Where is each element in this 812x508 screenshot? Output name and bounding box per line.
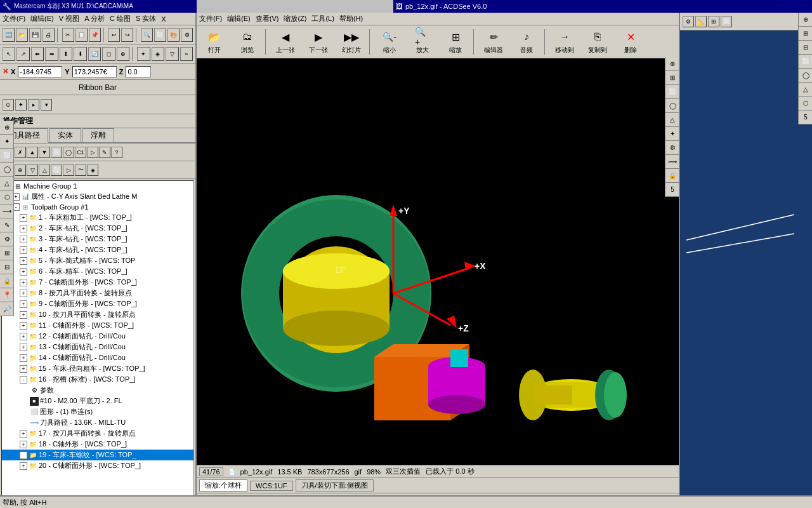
acd-btn-slideshow[interactable]: ▶▶ 幻灯片 bbox=[336, 28, 367, 56]
expand-4[interactable]: + bbox=[20, 246, 27, 254]
tree-item-18[interactable]: + 📁 18 - C轴外形 - [WCS: TOP_] bbox=[2, 439, 193, 450]
op2-10[interactable]: ? bbox=[111, 147, 122, 158]
tab-tools[interactable]: 刀具/装切下面:侧视图 bbox=[296, 479, 374, 491]
arsi-7[interactable]: ⚙ bbox=[665, 141, 679, 155]
mc-menu-analysis[interactable]: A 分析 bbox=[84, 14, 105, 23]
viewport-3d[interactable]: ☞ +Y +X +Z bbox=[197, 58, 679, 465]
arsi-10[interactable]: 5 bbox=[665, 183, 679, 197]
tree-item-toolpath-group[interactable]: - ⊞ Toolpath Group #1 bbox=[2, 202, 193, 212]
tree-item-14[interactable]: + 📁 14 - C轴断面钻孔 - Drill/Cou bbox=[2, 352, 193, 363]
op-tb-1[interactable]: ⊙ bbox=[3, 99, 14, 110]
tb-print[interactable]: 🖨 bbox=[43, 28, 55, 42]
mc-menu-x[interactable]: X bbox=[161, 15, 166, 23]
expand-1[interactable]: + bbox=[20, 214, 27, 222]
tb-paste[interactable]: 📌 bbox=[89, 28, 101, 42]
tb2-7[interactable]: 🔄 bbox=[88, 47, 101, 61]
expand-5[interactable]: + bbox=[20, 257, 27, 265]
expand-14[interactable]: + bbox=[20, 354, 27, 362]
acd-btn-zoomout[interactable]: 🔍- 缩小 bbox=[374, 28, 405, 56]
arsi-5[interactable]: △ bbox=[665, 113, 679, 127]
acd-btn-next[interactable]: ▶ 下一张 bbox=[303, 28, 334, 56]
tb-undo[interactable]: ↩ bbox=[108, 28, 120, 42]
op3-8[interactable]: ◈ bbox=[87, 164, 98, 176]
op-tb-4[interactable]: ▾ bbox=[41, 99, 52, 110]
op3-5[interactable]: ⬜ bbox=[51, 164, 62, 176]
lsi-6[interactable]: ⬡ bbox=[0, 190, 14, 204]
y-input[interactable] bbox=[72, 66, 117, 77]
tree-item-10[interactable]: + 📁 10 - 按刀具平面转换 - 旋转原点 bbox=[2, 309, 193, 320]
expand-15[interactable]: + bbox=[20, 365, 27, 373]
tb-redo[interactable]: ↪ bbox=[121, 28, 133, 42]
lsi-5[interactable]: △ bbox=[0, 177, 14, 190]
right-icon-8[interactable]: 5 bbox=[799, 110, 812, 124]
arsi-6[interactable]: ✦ bbox=[665, 127, 679, 141]
lsi-10[interactable]: ⊞ bbox=[0, 246, 14, 260]
expand-8[interactable]: + bbox=[20, 290, 27, 297]
expand-9[interactable]: + bbox=[20, 300, 27, 308]
lsi-4[interactable]: ◯ bbox=[0, 163, 14, 177]
right-icon-3[interactable]: ⊟ bbox=[799, 41, 812, 55]
lsi-9[interactable]: ⚙ bbox=[0, 232, 14, 246]
expand-19[interactable]: + bbox=[20, 451, 27, 459]
expand-13[interactable]: + bbox=[20, 344, 27, 351]
tab-solid[interactable]: 实体 bbox=[49, 128, 81, 142]
acd-btn-prev[interactable]: ◀ 上一张 bbox=[270, 28, 301, 56]
op3-7[interactable]: 〜 bbox=[75, 164, 86, 176]
expand-17[interactable]: + bbox=[20, 430, 27, 438]
tree-item-geometry[interactable]: ⬜ 图形 - (1) 串连(s) bbox=[2, 406, 193, 417]
acd-menu-tools[interactable]: 工具(L) bbox=[311, 14, 334, 23]
right-tb-3[interactable]: ⊞ bbox=[708, 16, 719, 27]
expand-12[interactable]: + bbox=[20, 333, 27, 340]
tab-zoom-ball[interactable]: 缩放:个球杆 bbox=[199, 479, 247, 491]
tree-item-5[interactable]: + 📁 5 - 车床-简式精车 - [WCS: TOP bbox=[2, 255, 193, 266]
expand-20[interactable]: + bbox=[20, 462, 27, 470]
right-icon-4[interactable]: ⬜ bbox=[799, 55, 812, 69]
tree-item-9[interactable]: + 📁 9 - C轴断面外形 - [WCS: TOP_] bbox=[2, 298, 193, 309]
tree-item-machine-group[interactable]: - ⊞ Machine Group 1 bbox=[2, 181, 193, 191]
z-input[interactable] bbox=[126, 66, 151, 77]
right-icon-5[interactable]: ◯ bbox=[799, 69, 812, 83]
arsi-2[interactable]: ⊞ bbox=[665, 71, 679, 85]
lsi-3[interactable]: ⬜ bbox=[0, 149, 14, 163]
tree-item-15[interactable]: + 📁 15 - 车床-径向粗车 - [WCS: TOP_] bbox=[2, 363, 193, 374]
tb2-12[interactable]: ▽ bbox=[166, 47, 178, 61]
tb2-8[interactable]: ◻ bbox=[102, 47, 115, 61]
tab-wcs[interactable]: WCS:1UF bbox=[250, 481, 293, 491]
acd-menu-help[interactable]: 帮助(H) bbox=[339, 14, 363, 23]
tb2-1[interactable]: ↖ bbox=[3, 47, 15, 61]
arsi-1[interactable]: ⊕ bbox=[665, 57, 679, 71]
op2-9[interactable]: ✎ bbox=[99, 147, 110, 158]
tb2-4[interactable]: ➡ bbox=[45, 47, 58, 61]
mc-menu-solid[interactable]: S 实体 bbox=[136, 14, 156, 23]
acd-menu-edit[interactable]: 编辑(E) bbox=[227, 14, 251, 23]
lsi-1[interactable]: ⊕ bbox=[0, 121, 14, 135]
tree-item-toolpath-path[interactable]: ⟿ 刀具路径 - 13.6K - MILL-TU bbox=[2, 417, 193, 428]
expand-7[interactable]: + bbox=[20, 279, 27, 286]
lsi-12[interactable]: 🔒 bbox=[0, 274, 14, 288]
tree-container[interactable]: - ⊞ Machine Group 1 + 📊 属性 - C-Y Axis Sl… bbox=[1, 180, 194, 499]
tb-save[interactable]: 💾 bbox=[29, 28, 41, 42]
x-input[interactable] bbox=[18, 66, 62, 77]
op2-down[interactable]: ▼ bbox=[39, 147, 50, 158]
tree-item-tool[interactable]: ■ #10 - M2.00 平底刀 - 2. FL bbox=[2, 396, 193, 406]
tb2-5[interactable]: ⬆ bbox=[60, 47, 72, 61]
acd-menu-view[interactable]: 查看(V) bbox=[256, 14, 279, 23]
tb-zoom[interactable]: 🔍 bbox=[141, 28, 153, 42]
acd-btn-moveto[interactable]: → 移动到 bbox=[549, 28, 580, 56]
tree-item-1[interactable]: + 📁 1 - 车床粗加工 - [WCS: TOP_] bbox=[2, 212, 193, 223]
tb-extra[interactable]: ⚙ bbox=[181, 28, 193, 42]
op-tb-2[interactable]: ✦ bbox=[15, 99, 27, 110]
acd-btn-editor[interactable]: ✏ 编辑器 bbox=[478, 28, 509, 56]
acd-menu-zoom[interactable]: 缩放(Z) bbox=[284, 14, 306, 23]
right-view-area[interactable] bbox=[680, 30, 812, 495]
op2-up[interactable]: ▲ bbox=[27, 147, 38, 158]
tb2-11[interactable]: ◈ bbox=[152, 47, 164, 61]
expand-2[interactable]: + bbox=[20, 225, 27, 232]
acd-btn-zoomfit[interactable]: ⊞ 缩放 bbox=[440, 28, 471, 56]
tab-relief[interactable]: 浮雕 bbox=[82, 128, 114, 142]
lsi-13[interactable]: 📍 bbox=[0, 288, 14, 302]
acd-btn-zoomin[interactable]: 🔍+ 放大 bbox=[407, 28, 438, 56]
tree-item-19[interactable]: + 📁 19 - 车床-车螺纹 - [WCS: TOP_ bbox=[2, 450, 193, 460]
acd-btn-open[interactable]: 📂 打开 bbox=[199, 28, 230, 56]
op3-6[interactable]: ▷ bbox=[63, 164, 74, 176]
